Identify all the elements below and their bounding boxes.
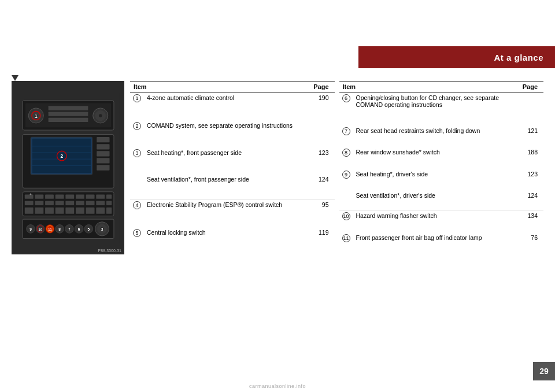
item-num: 1 <box>130 93 144 120</box>
svg-rect-22 <box>97 144 109 149</box>
item-num: 9 <box>339 169 353 191</box>
table-row-continued: Seat ventilation*, front passenger side … <box>130 174 335 199</box>
table-row: 10 Hazard warning flasher switch 134 <box>339 210 544 232</box>
table-row: 2 COMAND system, see separate operating … <box>130 120 335 147</box>
svg-rect-42 <box>65 201 74 205</box>
svg-text:10: 10 <box>38 228 42 231</box>
item-page: 123 <box>310 147 334 175</box>
item-text: Seat heating*, front passenger side <box>144 147 310 175</box>
item-num: 10 <box>339 210 353 232</box>
item-num: 8 <box>339 147 353 169</box>
item-text: Electronic Stability Program (ESP®) cont… <box>144 199 310 227</box>
svg-rect-30 <box>35 194 43 198</box>
tables-area: Item Page 1 4-zone automatic climate con… <box>130 81 543 254</box>
left-table-header: Item Page <box>130 82 335 93</box>
svg-rect-54 <box>96 208 105 214</box>
svg-rect-38 <box>24 201 33 205</box>
item-text: Central locking switch <box>144 227 310 254</box>
item-text: Rear seat head restraints switch, foldin… <box>353 125 519 147</box>
svg-text:9: 9 <box>29 227 32 231</box>
svg-rect-36 <box>96 194 105 198</box>
item-num-empty <box>339 190 353 210</box>
table-row: 3 Seat heating*, front passenger side 12… <box>130 147 335 175</box>
item-page-cont: 124 <box>310 174 334 199</box>
item-num: 11 <box>339 232 353 254</box>
item-num: 5 <box>130 227 144 254</box>
right-table: Item Page 6 Opening/closing button for C… <box>339 81 544 254</box>
svg-rect-24 <box>97 158 109 163</box>
svg-text:4: 4 <box>29 193 31 196</box>
svg-rect-34 <box>76 194 84 198</box>
item-page: 134 <box>519 210 543 232</box>
header-bar: At a glance <box>358 46 555 68</box>
table-row: 4 Electronic Stability Program (ESP®) co… <box>130 199 335 227</box>
triangle-marker <box>12 75 18 81</box>
svg-rect-53 <box>86 208 94 214</box>
svg-rect-50 <box>55 208 64 214</box>
car-illustration: 1 2 <box>13 93 123 243</box>
svg-text:2: 2 <box>60 153 63 159</box>
table-row: 7 Rear seat head restraints switch, fold… <box>339 125 544 147</box>
svg-rect-10 <box>48 112 88 116</box>
left-col-item: Item <box>130 82 310 93</box>
table-row: 1 4-zone automatic climate control 190 <box>130 93 335 120</box>
watermark: carmanualsonline.info <box>249 383 306 389</box>
svg-rect-45 <box>96 201 105 205</box>
item-text: Hazard warning flasher switch <box>353 210 519 232</box>
svg-rect-11 <box>48 118 88 122</box>
table-row: 9 Seat heating*, driver's side 123 <box>339 169 544 191</box>
svg-rect-41 <box>55 201 64 205</box>
item-text-cont: Seat ventilation*, driver's side <box>353 190 519 210</box>
car-image-panel: 1 2 <box>12 81 124 254</box>
table-row: 6 Opening/closing button for CD changer,… <box>339 93 544 125</box>
item-num: 6 <box>339 93 353 125</box>
table-row: 11 Front passenger front air bag off ind… <box>339 232 544 254</box>
svg-rect-21 <box>97 137 109 142</box>
svg-rect-48 <box>35 208 43 214</box>
item-num: 3 <box>130 147 144 175</box>
item-page <box>519 93 543 125</box>
left-table: Item Page 1 4-zone automatic climate con… <box>130 81 335 254</box>
svg-rect-25 <box>97 165 109 170</box>
svg-rect-49 <box>45 208 54 214</box>
svg-rect-33 <box>65 194 74 198</box>
item-text: Rear window sunshade* switch <box>353 147 519 169</box>
image-caption: P88-3500-31 <box>98 249 121 253</box>
item-page: 121 <box>519 125 543 147</box>
item-num: 2 <box>130 120 144 147</box>
item-text: Opening/closing button for CD changer, s… <box>353 93 519 125</box>
svg-text:1: 1 <box>34 113 37 119</box>
item-page: 190 <box>310 93 334 120</box>
table-row: 8 Rear window sunshade* switch 188 <box>339 147 544 169</box>
item-num: 7 <box>339 125 353 147</box>
svg-rect-51 <box>65 208 74 214</box>
svg-text:7: 7 <box>68 227 71 231</box>
item-text: 4-zone automatic climate control <box>144 93 310 120</box>
page-number-box: 29 <box>533 362 555 380</box>
item-page: 119 <box>310 227 334 254</box>
svg-text:8: 8 <box>58 227 61 231</box>
item-num: 4 <box>130 199 144 227</box>
item-text: Seat heating*, driver's side <box>353 169 519 191</box>
svg-rect-37 <box>106 194 111 198</box>
svg-rect-35 <box>86 194 94 198</box>
item-text-cont: Seat ventilation*, front passenger side <box>144 174 310 199</box>
item-page: 123 <box>519 169 543 191</box>
page-title: At a glance <box>494 53 543 62</box>
svg-text:3: 3 <box>101 227 103 231</box>
svg-rect-44 <box>86 201 94 205</box>
svg-rect-32 <box>55 194 64 198</box>
svg-rect-46 <box>106 201 111 205</box>
item-page: 95 <box>310 199 334 227</box>
svg-rect-9 <box>48 106 88 110</box>
content-area: 1 2 <box>12 81 543 254</box>
svg-rect-55 <box>106 208 111 214</box>
right-table-header: Item Page <box>339 82 544 93</box>
page-number: 29 <box>539 367 549 376</box>
svg-text:11: 11 <box>48 228 51 231</box>
svg-rect-40 <box>45 201 54 205</box>
svg-rect-39 <box>35 201 43 205</box>
right-col-item: Item <box>339 82 519 93</box>
svg-rect-31 <box>45 194 54 198</box>
item-page: 188 <box>519 147 543 169</box>
